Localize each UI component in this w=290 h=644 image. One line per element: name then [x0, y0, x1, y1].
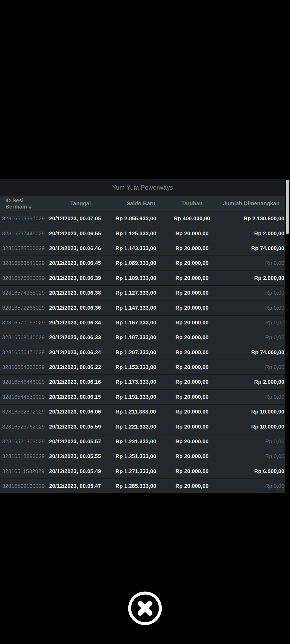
- new-balance-cell: Rp 1.271.333,00: [115, 468, 166, 474]
- amount-won-cell: Rp 0,00: [218, 305, 285, 311]
- table-row: 32816518893029 20/12/2023, 00.05.55 Rp 1…: [0, 449, 285, 463]
- column-header-date: Tanggal: [46, 200, 115, 207]
- date-cell: 20/12/2023, 00.06.24: [46, 349, 115, 356]
- amount-won-cell: Rp 0,00: [218, 438, 285, 445]
- new-balance-cell: Rp 1.251.333,00: [115, 453, 166, 459]
- amount-won-cell: Rp 0,00: [218, 334, 285, 341]
- session-id-cell: 32816523762029: [0, 424, 46, 430]
- bet-cell: Rp 20.000,00: [166, 260, 218, 266]
- close-x-circle-icon: [128, 591, 162, 625]
- scrollbar-track: [285, 179, 290, 493]
- table-row: 32816585500029 20/12/2023, 00.06.46 Rp 1…: [0, 241, 285, 255]
- table-row: 32816574358029 20/12/2023, 00.06.38 Rp 1…: [0, 285, 285, 300]
- session-id-cell: 32816609397029: [0, 215, 46, 222]
- new-balance-cell: Rp 1.147.333,00: [115, 305, 166, 311]
- table-body[interactable]: 32816609397029 20/12/2023, 00.07.05 Rp 2…: [0, 211, 285, 493]
- new-balance-cell: Rp 1.167.333,00: [115, 320, 166, 326]
- amount-won-cell: Rp 10.000,00: [218, 409, 285, 415]
- session-id-cell: 32816597445029: [0, 230, 46, 237]
- date-cell: 20/12/2023, 00.05.49: [46, 468, 115, 474]
- session-id-cell: 32816574358029: [0, 290, 46, 296]
- new-balance-cell: Rp 1.191.333,00: [115, 394, 166, 400]
- amount-won-cell: Rp 74.000,00: [218, 349, 285, 356]
- session-id-cell: 32816583541029: [0, 260, 46, 266]
- date-cell: 20/12/2023, 00.05.59: [46, 424, 115, 430]
- close-button[interactable]: [128, 591, 162, 625]
- new-balance-cell: Rp 1.173.333,00: [115, 379, 166, 385]
- table-row: 32816556471029 20/12/2023, 00.06.24 Rp 1…: [0, 345, 285, 360]
- new-balance-cell: Rp 1.143.333,00: [115, 245, 166, 251]
- session-id-cell: 32816576620029: [0, 275, 46, 281]
- column-header-amount-won: Jumlah Dimenangkan: [218, 200, 285, 207]
- bet-cell: Rp 20.000,00: [166, 290, 218, 296]
- scrollbar-thumb[interactable]: [286, 180, 289, 234]
- amount-won-cell: Rp 0,00: [218, 453, 285, 459]
- dialog-title: Yum Yum Powerways: [112, 184, 173, 191]
- bet-cell: Rp 20.000,00: [166, 320, 218, 326]
- column-header-session-id: ID Sesi Bermain #: [0, 197, 46, 210]
- table-header-row: ID Sesi Bermain # Tanggal Saldo Baru Tar…: [0, 196, 285, 211]
- bet-cell: Rp 20.000,00: [166, 424, 218, 430]
- new-balance-cell: Rp 1.187.333,00: [115, 334, 166, 341]
- session-id-cell: 32816511532029: [0, 468, 46, 474]
- new-balance-cell: Rp 1.207.333,00: [115, 349, 166, 356]
- session-id-cell: 32816570163029: [0, 320, 46, 326]
- session-id-cell: 32816572266029: [0, 305, 46, 311]
- table-row: 32816521303029 20/12/2023, 00.05.57 Rp 1…: [0, 434, 285, 449]
- bet-cell: Rp 20.000,00: [166, 230, 218, 237]
- amount-won-cell: Rp 2.000,00: [218, 379, 285, 385]
- table-row: 32816576620029 20/12/2023, 00.06.39 Rp 1…: [0, 270, 285, 285]
- new-balance-cell: Rp 1.109.333,00: [115, 275, 166, 281]
- screen: Yum Yum Powerways ID Sesi Bermain # Tang…: [0, 0, 290, 644]
- table-row: 32816511532029 20/12/2023, 00.05.49 Rp 1…: [0, 464, 285, 478]
- table-row: 32816583541029 20/12/2023, 00.06.45 Rp 1…: [0, 255, 285, 270]
- session-id-cell: 32816518893029: [0, 453, 46, 459]
- amount-won-cell: Rp 2.130.600,00: [218, 215, 285, 222]
- table-row: 32816597445029 20/12/2023, 00.06.55 Rp 1…: [0, 226, 285, 240]
- amount-won-cell: Rp 0,00: [218, 483, 285, 489]
- session-id-cell: 32816544559029: [0, 394, 46, 400]
- date-cell: 20/12/2023, 00.06.16: [46, 379, 115, 385]
- column-header-new-balance: Saldo Baru: [115, 200, 166, 207]
- date-cell: 20/12/2023, 00.05.57: [46, 438, 115, 445]
- bet-cell: Rp 20.000,00: [166, 379, 218, 385]
- new-balance-cell: Rp 1.089.333,00: [115, 260, 166, 266]
- bet-cell: Rp 20.000,00: [166, 364, 218, 370]
- table-row: 32816523762029 20/12/2023, 00.05.59 Rp 1…: [0, 419, 285, 434]
- date-cell: 20/12/2023, 00.06.15: [46, 394, 115, 400]
- game-history-dialog: Yum Yum Powerways ID Sesi Bermain # Tang…: [0, 179, 290, 493]
- amount-won-cell: Rp 0,00: [218, 260, 285, 266]
- session-id-cell: 32816521303029: [0, 438, 46, 445]
- amount-won-cell: Rp 0,00: [218, 290, 285, 296]
- session-id-cell: 32816546446029: [0, 379, 46, 385]
- table-row: 32816572266029 20/12/2023, 00.06.36 Rp 1…: [0, 300, 285, 315]
- date-cell: 20/12/2023, 00.06.55: [46, 230, 115, 237]
- amount-won-cell: Rp 10.000,00: [218, 424, 285, 430]
- table-row: 32816532872029 20/12/2023, 00.06.06 Rp 1…: [0, 404, 285, 419]
- new-balance-cell: Rp 2.855.933,00: [115, 215, 166, 222]
- date-cell: 20/12/2023, 00.07.05: [46, 215, 115, 222]
- date-cell: 20/12/2023, 00.06.33: [46, 334, 115, 341]
- session-id-cell: 32816509130029: [0, 483, 46, 489]
- bet-cell: Rp 20.000,00: [166, 468, 218, 474]
- table-row: 32816609397029 20/12/2023, 00.07.05 Rp 2…: [0, 211, 285, 226]
- amount-won-cell: Rp 0,00: [218, 394, 285, 400]
- table-row: 32816570163029 20/12/2023, 00.06.34 Rp 1…: [0, 315, 285, 330]
- date-cell: 20/12/2023, 00.06.22: [46, 364, 115, 370]
- session-id-cell: 32816568040029: [0, 334, 46, 341]
- session-id-cell: 32816585500029: [0, 245, 46, 251]
- new-balance-cell: Rp 1.125.333,00: [115, 230, 166, 237]
- bet-cell: Rp 20.000,00: [166, 394, 218, 400]
- new-balance-cell: Rp 1.231.333,00: [115, 438, 166, 445]
- session-id-cell: 32816554352029: [0, 364, 46, 370]
- table-row: 32816544559029 20/12/2023, 00.06.15 Rp 1…: [0, 389, 285, 404]
- amount-won-cell: Rp 74.000,00: [218, 245, 285, 251]
- bet-cell: Rp 20.000,00: [166, 305, 218, 311]
- session-id-cell: 32816556471029: [0, 349, 46, 356]
- bet-cell: Rp 20.000,00: [166, 334, 218, 341]
- bet-cell: Rp 20.000,00: [166, 483, 218, 489]
- date-cell: 20/12/2023, 00.06.06: [46, 409, 115, 415]
- dialog-titlebar: Yum Yum Powerways: [0, 179, 285, 196]
- column-header-bet: Taruhan: [166, 200, 218, 207]
- date-cell: 20/12/2023, 00.06.36: [46, 305, 115, 311]
